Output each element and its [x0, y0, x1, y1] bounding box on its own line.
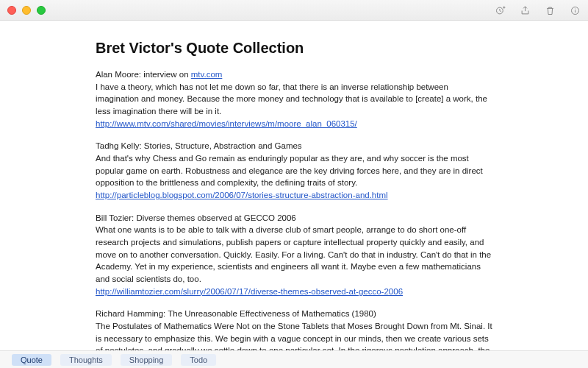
quote-source: Alan Moore: interview on mtv.com: [96, 68, 492, 81]
tab-quote[interactable]: Quote: [12, 354, 51, 366]
tab-shopping[interactable]: Shopping: [121, 354, 173, 366]
clock-add-icon[interactable]: [494, 4, 506, 16]
note-content-area[interactable]: Bret Victor's Quote Collection Alan Moor…: [0, 21, 588, 350]
toolbar-right: [494, 0, 581, 21]
info-icon[interactable]: [569, 4, 581, 16]
quote-source-link[interactable]: mtv.com: [191, 70, 223, 79]
minimize-window-button[interactable]: [22, 6, 31, 15]
note-tab-bar: Quote Thoughts Shopping Todo: [0, 350, 588, 368]
traffic-lights: [7, 6, 46, 15]
quote-source: Richard Hamming: The Unreasonable Effect…: [96, 308, 492, 320]
quote-source: Tadhg Kelly: Stories, Structure, Abstrac…: [96, 140, 492, 152]
trash-icon[interactable]: [544, 4, 556, 16]
quote-entry: Tadhg Kelly: Stories, Structure, Abstrac…: [96, 140, 492, 201]
note-title: Bret Victor's Quote Collection: [96, 40, 492, 57]
note-body: Bret Victor's Quote Collection Alan Moor…: [96, 40, 492, 350]
quote-text: And that's why Chess and Go remain as en…: [96, 152, 492, 189]
close-window-button[interactable]: [7, 6, 16, 15]
quote-url[interactable]: http://particleblog.blogspot.com/2006/07…: [96, 191, 388, 199]
window-titlebar: [0, 0, 588, 21]
quote-text: I have a theory, which has not let me do…: [96, 81, 492, 118]
quote-entry: Richard Hamming: The Unreasonable Effect…: [96, 308, 492, 350]
quote-url[interactable]: http://williamtozier.com/slurry/2006/07/…: [96, 287, 403, 296]
svg-point-2: [575, 8, 576, 9]
tab-todo[interactable]: Todo: [181, 354, 216, 366]
quote-text: What one wants is to be able to talk wit…: [96, 224, 492, 285]
share-icon[interactable]: [519, 4, 531, 16]
quote-entry: Alan Moore: interview on mtv.com I have …: [96, 68, 492, 130]
quote-text: The Postulates of Mathematics Were Not o…: [96, 320, 492, 350]
maximize-window-button[interactable]: [37, 6, 46, 15]
quote-url[interactable]: http://www.mtv.com/shared/movies/intervi…: [96, 119, 357, 128]
tab-thoughts[interactable]: Thoughts: [60, 354, 112, 366]
quote-source: Bill Tozier: Diverse themes observed at …: [96, 212, 492, 224]
quote-entry: Bill Tozier: Diverse themes observed at …: [96, 212, 492, 298]
